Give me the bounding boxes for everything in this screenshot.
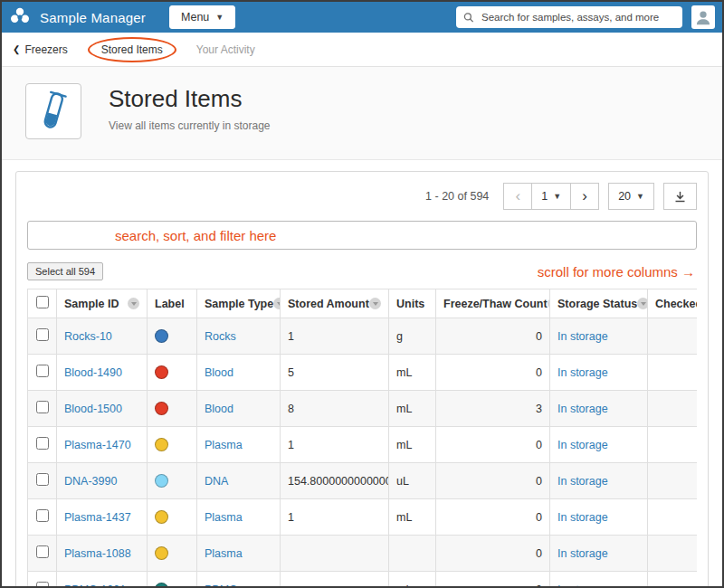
checked-out-cell bbox=[648, 463, 698, 499]
row-checkbox[interactable] bbox=[36, 437, 49, 450]
chevron-down-icon: ▼ bbox=[636, 193, 644, 201]
freeze-thaw-cell: 0 bbox=[436, 536, 550, 572]
filter-search-box[interactable]: search, sort, and filter here bbox=[27, 221, 697, 250]
pagination-bar: 1 - 20 of 594 ‹ 1 ▼ › 20 ▼ bbox=[27, 183, 697, 210]
sample-type-cell: Rocks bbox=[197, 318, 281, 355]
storage-status-link[interactable]: In storage bbox=[557, 583, 608, 588]
app-title: Sample Manager bbox=[40, 10, 146, 25]
sample-type-link[interactable]: PBMC bbox=[205, 583, 237, 588]
sample-label-dot bbox=[155, 474, 168, 488]
sample-id-link[interactable]: Blood-1500 bbox=[64, 403, 122, 415]
row-checkbox[interactable] bbox=[36, 328, 49, 341]
sample-label-dot bbox=[155, 583, 168, 588]
menu-button[interactable]: Menu ▼ bbox=[169, 5, 235, 29]
current-page-dropdown[interactable]: 1 ▼ bbox=[531, 183, 571, 210]
sample-type-link[interactable]: Plasma bbox=[205, 511, 243, 524]
row-checkbox[interactable] bbox=[36, 509, 49, 522]
stored-amount-cell: 1 bbox=[281, 318, 389, 355]
back-freezers-link[interactable]: ❮ Freezers bbox=[13, 43, 68, 56]
storage-status-link[interactable]: In storage bbox=[557, 439, 608, 451]
storage-status-link[interactable]: In storage bbox=[557, 330, 608, 343]
next-page-button[interactable]: › bbox=[570, 183, 599, 210]
row-checkbox[interactable] bbox=[36, 473, 49, 486]
tab-your-activity[interactable]: Your Activity bbox=[196, 43, 255, 56]
grid-body: Rocks-10 Rocks 1 g 0 In storage Blood-14… bbox=[28, 318, 698, 588]
current-page-label: 1 bbox=[541, 190, 548, 203]
storage-status-link[interactable]: In storage bbox=[557, 547, 608, 560]
user-icon bbox=[694, 8, 712, 26]
sample-id-link[interactable]: PBMC-1001 bbox=[64, 583, 126, 588]
sample-label-dot bbox=[155, 329, 168, 343]
checked-out-cell bbox=[648, 355, 698, 391]
sample-type-link[interactable]: Blood bbox=[205, 366, 233, 379]
freeze-thaw-cell: 3 bbox=[436, 391, 550, 427]
row-checkbox[interactable] bbox=[36, 401, 49, 413]
sample-id-link[interactable]: Plasma-1088 bbox=[64, 547, 131, 560]
row-select-cell bbox=[28, 427, 57, 463]
checked-out-cell bbox=[648, 499, 698, 536]
sample-type-link[interactable]: Plasma bbox=[205, 547, 243, 560]
row-checkbox[interactable] bbox=[36, 582, 49, 588]
row-checkbox[interactable] bbox=[36, 545, 49, 558]
sample-type-link[interactable]: Blood bbox=[205, 403, 233, 415]
tab-bar: ❮ Freezers Stored Items Your Activity bbox=[2, 33, 722, 67]
tab-stored-items-label: Stored Items bbox=[101, 43, 163, 56]
sample-id-link[interactable]: Rocks-10 bbox=[64, 330, 112, 343]
row-select-cell bbox=[28, 536, 57, 572]
select-all-checkbox[interactable] bbox=[36, 296, 49, 308]
sample-type-cell: Blood bbox=[197, 355, 281, 391]
units-cell: mL bbox=[389, 355, 436, 391]
test-tube-icon bbox=[36, 90, 71, 132]
storage-status-cell: In storage bbox=[550, 572, 648, 588]
tab-stored-items[interactable]: Stored Items bbox=[88, 37, 176, 62]
sample-id-cell: DNA-3990 bbox=[57, 463, 148, 499]
user-avatar[interactable] bbox=[691, 5, 715, 29]
stored-amount-cell: 1 bbox=[281, 499, 389, 536]
sample-id-link[interactable]: Plasma-1437 bbox=[64, 511, 131, 524]
checked-out-cell bbox=[648, 427, 698, 463]
row-checkbox[interactable] bbox=[36, 365, 49, 377]
storage-status-link[interactable]: In storage bbox=[557, 475, 608, 488]
page-size-dropdown[interactable]: 20 ▼ bbox=[608, 183, 654, 210]
sample-id-link[interactable]: Blood-1490 bbox=[64, 366, 122, 379]
sample-id-cell: Plasma-1088 bbox=[57, 536, 148, 572]
row-select-cell bbox=[28, 463, 57, 499]
storage-status-link[interactable]: In storage bbox=[557, 366, 608, 379]
sample-type-link[interactable]: Plasma bbox=[205, 439, 243, 451]
freeze-thaw-cell: 0 bbox=[436, 318, 550, 355]
sample-id-link[interactable]: Plasma-1470 bbox=[64, 439, 131, 451]
menu-button-label: Menu bbox=[181, 11, 209, 24]
storage-status-cell: In storage bbox=[550, 318, 648, 355]
column-menu-icon[interactable] bbox=[128, 298, 139, 309]
stored-amount-cell: 1 bbox=[281, 427, 389, 463]
page-header: Stored Items View all items currently in… bbox=[2, 67, 722, 160]
stored-amount-cell: 154.800000000000011 bbox=[281, 463, 389, 499]
sample-id-cell: Plasma-1470 bbox=[57, 427, 148, 463]
storage-status-cell: In storage bbox=[550, 536, 648, 572]
page-title-block: Stored Items View all items currently in… bbox=[109, 83, 271, 132]
grid-scroll-area[interactable]: Sample ID Label Sample Type Stored Amoun… bbox=[27, 289, 697, 588]
page-subtitle: View all items currently in storage bbox=[109, 119, 271, 132]
storage-status-link[interactable]: In storage bbox=[557, 403, 608, 415]
sample-id-link[interactable]: DNA-3990 bbox=[64, 475, 117, 488]
storage-status-link[interactable]: In storage bbox=[557, 511, 608, 524]
sample-type-cell: Plasma bbox=[197, 427, 281, 463]
column-menu-icon[interactable] bbox=[637, 298, 647, 309]
row-select-cell bbox=[28, 391, 57, 427]
column-menu-icon[interactable] bbox=[273, 298, 280, 309]
sample-type-link[interactable]: DNA bbox=[205, 475, 228, 488]
sample-label-dot bbox=[155, 365, 168, 379]
sample-type-link[interactable]: Rocks bbox=[205, 330, 236, 343]
stored-amount-cell bbox=[281, 572, 389, 588]
global-search[interactable] bbox=[456, 6, 682, 28]
chevron-left-icon: ❮ bbox=[13, 44, 20, 54]
select-all-button[interactable]: Select all 594 bbox=[27, 262, 103, 280]
col-checked-out-label: Checked Ou bbox=[655, 298, 697, 310]
export-button[interactable] bbox=[663, 183, 697, 210]
column-menu-icon[interactable] bbox=[369, 298, 381, 309]
prev-page-button[interactable]: ‹ bbox=[503, 183, 532, 210]
row-select-cell bbox=[28, 355, 57, 391]
search-icon bbox=[463, 12, 474, 24]
search-input[interactable] bbox=[480, 11, 675, 24]
col-units: Units bbox=[389, 289, 436, 318]
